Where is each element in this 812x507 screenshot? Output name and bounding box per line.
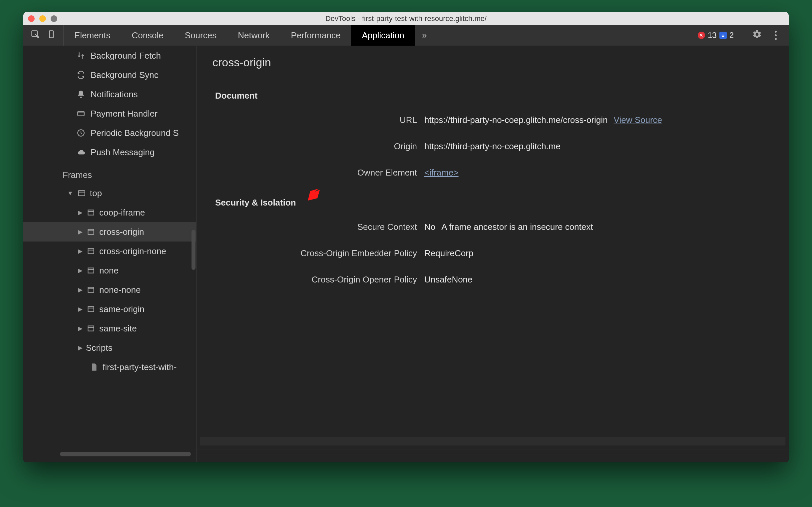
row-coop: Cross-Origin Opener Policy UnsafeNone: [196, 267, 789, 293]
main-split: Background Fetch Background Sync Notific…: [23, 46, 789, 462]
detail-title: cross-origin: [196, 46, 789, 79]
sidebar-item-label: Background Sync: [91, 70, 159, 80]
label-owner: Owner Element: [215, 168, 424, 178]
tab-sources[interactable]: Sources: [174, 25, 227, 46]
separator: [742, 29, 742, 41]
bell-icon: [76, 89, 86, 99]
frame-tree-item[interactable]: ▶ same-origin: [23, 299, 196, 319]
frame-tree-item[interactable]: ▶ none: [23, 261, 196, 280]
frame-tree-label: none-none: [99, 285, 140, 295]
devtools-window: DevTools - first-party-test-with-resourc…: [23, 12, 789, 462]
disclosure-triangle-icon[interactable]: ▶: [78, 228, 82, 235]
error-count: 13: [708, 31, 717, 40]
disclosure-triangle-icon[interactable]: ▶: [78, 209, 82, 216]
tab-application[interactable]: Application: [351, 25, 415, 46]
frame-tree-scripts[interactable]: ▶ Scripts: [23, 338, 196, 357]
window-title: DevTools - first-party-test-with-resourc…: [23, 14, 789, 23]
footer-spacer: [196, 449, 789, 462]
frame-tree-label: coop-iframe: [99, 208, 145, 218]
frame-tree-script-item[interactable]: first-party-test-with-: [23, 357, 196, 377]
sidebar-item-notifications[interactable]: Notifications: [23, 84, 196, 104]
frame-icon: [86, 304, 96, 314]
bottom-inner-strip: [200, 437, 786, 445]
disclosure-triangle-icon[interactable]: ▶: [78, 344, 82, 351]
disclosure-triangle-icon[interactable]: ▶: [78, 286, 82, 293]
frame-tree-top[interactable]: ▼ top: [23, 183, 196, 203]
frame-icon: [86, 208, 96, 218]
frame-tree-item[interactable]: ▶ coop-iframe: [23, 203, 196, 222]
frame-tree-item[interactable]: ▶ none-none: [23, 280, 196, 299]
disclosure-triangle-icon[interactable]: ▶: [78, 305, 82, 313]
tab-network[interactable]: Network: [227, 25, 280, 46]
svg-rect-8: [88, 268, 94, 273]
disclosure-triangle-icon[interactable]: ▶: [78, 247, 82, 255]
row-secure-context: Secure Context No A frame ancestor is an…: [196, 214, 789, 240]
application-sidebar: Background Fetch Background Sync Notific…: [23, 46, 196, 462]
tab-console[interactable]: Console: [121, 25, 174, 46]
value-secure-context: No: [424, 222, 435, 232]
label-origin: Origin: [215, 141, 424, 152]
frame-tree-item-selected[interactable]: ▶ cross-origin: [23, 222, 196, 241]
window-icon: [76, 188, 86, 198]
owner-element-link[interactable]: <iframe>: [424, 168, 459, 178]
fetch-icon: [76, 51, 86, 61]
value-origin: https://third-party-no-coep.glitch.me: [424, 141, 561, 152]
more-button[interactable]: [769, 28, 783, 42]
inspect-element-icon[interactable]: [31, 30, 40, 41]
console-status[interactable]: ✕ 13 ≡ 2: [698, 31, 734, 40]
gear-icon: [752, 29, 762, 41]
sidebar-item-background-sync[interactable]: Background Sync: [23, 65, 196, 84]
sidebar-item-payment-handler[interactable]: Payment Handler: [23, 104, 196, 123]
svg-rect-6: [88, 229, 94, 234]
titlebar: DevTools - first-party-test-with-resourc…: [23, 12, 789, 25]
view-source-link[interactable]: View Source: [614, 115, 662, 125]
inspect-tools: [23, 25, 64, 46]
svg-rect-9: [88, 287, 94, 292]
svg-rect-7: [88, 248, 94, 253]
frame-detail-pane: cross-origin Document URL https://third-…: [196, 46, 789, 462]
kebab-icon: [775, 31, 777, 40]
sidebar-horizontal-scrollbar[interactable]: [60, 452, 191, 456]
settings-button[interactable]: [750, 28, 764, 42]
frame-tree-item[interactable]: ▶ cross-origin-none: [23, 241, 196, 261]
sidebar-item-background-fetch[interactable]: Background Fetch: [23, 46, 196, 65]
card-icon: [76, 109, 86, 119]
disclosure-triangle-icon[interactable]: ▼: [67, 190, 73, 197]
disclosure-triangle-icon[interactable]: ▶: [78, 325, 82, 332]
sidebar-item-label: Notifications: [91, 89, 138, 100]
sidebar-vertical-scrollbar[interactable]: [191, 230, 195, 270]
frame-icon: [86, 227, 96, 237]
frame-tree-label: none: [99, 266, 119, 276]
bottom-strip: [196, 434, 789, 449]
frame-tree-label: cross-origin-none: [99, 246, 166, 257]
clock-icon: [76, 128, 86, 138]
section-heading-document: Document: [196, 79, 789, 107]
toolbar-right: ✕ 13 ≡ 2: [692, 25, 789, 46]
tabs-overflow-button[interactable]: »: [415, 25, 434, 46]
sidebar-item-label: Periodic Background S: [91, 128, 178, 138]
sidebar-item-periodic-bg-sync[interactable]: Periodic Background S: [23, 123, 196, 143]
sync-icon: [76, 70, 86, 80]
label-coep: Cross-Origin Embedder Policy: [215, 248, 424, 259]
device-toggle-icon[interactable]: [47, 30, 56, 41]
sidebar-scroll: Background Fetch Background Sync Notific…: [23, 46, 196, 462]
label-url: URL: [215, 115, 424, 125]
svg-rect-10: [88, 306, 94, 312]
sidebar-item-label: Payment Handler: [91, 109, 158, 119]
row-owner-element: Owner Element <iframe>: [196, 160, 789, 186]
panel-tabs: Elements Console Sources Network Perform…: [64, 25, 415, 46]
label-secure-context: Secure Context: [215, 222, 424, 232]
section-heading-security: Security & Isolation: [196, 186, 789, 214]
cloud-icon: [76, 147, 86, 157]
disclosure-triangle-icon[interactable]: ▶: [78, 267, 82, 274]
tab-performance[interactable]: Performance: [280, 25, 351, 46]
row-coep: Cross-Origin Embedder Policy RequireCorp: [196, 240, 789, 267]
sidebar-item-push-messaging[interactable]: Push Messaging: [23, 143, 196, 162]
frame-icon: [86, 285, 96, 295]
frame-tree-item[interactable]: ▶ same-site: [23, 319, 196, 338]
tab-elements[interactable]: Elements: [64, 25, 121, 46]
svg-rect-5: [88, 210, 94, 215]
sidebar-item-label: Push Messaging: [91, 147, 155, 158]
value-coop: UnsafeNone: [424, 275, 473, 285]
tabs-bar: Elements Console Sources Network Perform…: [23, 25, 789, 46]
